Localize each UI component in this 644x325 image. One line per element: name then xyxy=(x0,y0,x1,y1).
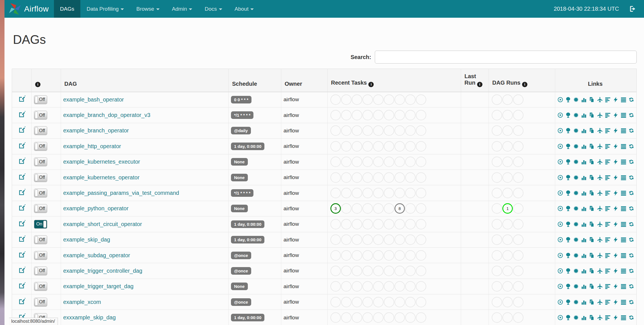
landing-times-icon[interactable] xyxy=(597,314,603,321)
refresh-icon[interactable] xyxy=(629,127,634,134)
recent-task-circle[interactable] xyxy=(405,94,416,105)
dag-run-circle[interactable] xyxy=(492,94,502,105)
recent-task-circle[interactable] xyxy=(416,219,426,229)
header-dag[interactable]: DAG xyxy=(61,69,229,92)
recent-task-circle[interactable] xyxy=(330,297,341,307)
code-view-icon[interactable] xyxy=(613,268,618,274)
recent-task-circle[interactable] xyxy=(362,172,373,183)
task-duration-icon[interactable] xyxy=(581,221,587,227)
recent-task-circle[interactable] xyxy=(341,312,352,323)
code-view-icon[interactable] xyxy=(613,143,618,150)
graph-view-icon[interactable] xyxy=(573,174,579,181)
trigger-dag-icon[interactable] xyxy=(557,143,563,150)
logs-icon[interactable] xyxy=(621,159,626,165)
pause-toggle[interactable]: Off xyxy=(34,251,47,260)
trigger-dag-icon[interactable] xyxy=(557,283,563,290)
gantt-icon[interactable] xyxy=(605,112,611,118)
edit-dag-icon[interactable] xyxy=(18,157,26,165)
dag-run-circle[interactable] xyxy=(492,281,502,292)
graph-view-icon[interactable] xyxy=(573,159,579,165)
tree-view-icon[interactable] xyxy=(565,314,571,321)
task-duration-icon[interactable] xyxy=(581,268,587,274)
dag-run-circle[interactable] xyxy=(492,297,502,307)
code-view-icon[interactable] xyxy=(613,159,618,165)
dag-link[interactable]: example_bash_operator xyxy=(63,96,124,103)
dag-run-circle[interactable] xyxy=(502,281,513,292)
code-view-icon[interactable] xyxy=(613,112,618,118)
landing-times-icon[interactable] xyxy=(597,268,603,274)
refresh-icon[interactable] xyxy=(629,221,634,227)
dag-run-circle[interactable] xyxy=(513,157,523,167)
dag-link[interactable]: example_branch_dop_operator_v3 xyxy=(63,112,150,118)
recent-task-circle[interactable] xyxy=(384,266,394,276)
refresh-icon[interactable] xyxy=(629,190,634,196)
task-tries-icon[interactable] xyxy=(589,112,595,118)
logs-icon[interactable] xyxy=(621,190,626,196)
dag-link[interactable]: example_trigger_target_dag xyxy=(63,283,133,289)
tree-view-icon[interactable] xyxy=(565,205,571,212)
dag-run-circle[interactable] xyxy=(513,266,523,276)
gantt-icon[interactable] xyxy=(605,205,611,212)
dag-run-circle[interactable] xyxy=(502,250,513,261)
recent-task-circle[interactable] xyxy=(384,219,394,229)
recent-task-circle[interactable] xyxy=(341,297,352,307)
landing-times-icon[interactable] xyxy=(597,205,603,212)
landing-times-icon[interactable] xyxy=(597,127,603,134)
landing-times-icon[interactable] xyxy=(597,174,603,181)
recent-task-circle[interactable] xyxy=(362,266,373,276)
recent-task-circle[interactable] xyxy=(405,172,416,183)
trigger-dag-icon[interactable] xyxy=(557,205,563,212)
graph-view-icon[interactable] xyxy=(573,314,579,321)
tree-view-icon[interactable] xyxy=(565,143,571,150)
recent-task-circle[interactable]: 3 xyxy=(330,203,341,214)
recent-task-circle[interactable] xyxy=(373,250,384,261)
recent-task-circle[interactable] xyxy=(373,141,384,152)
dag-run-circle[interactable] xyxy=(492,312,502,323)
logs-icon[interactable] xyxy=(621,252,626,259)
refresh-icon[interactable] xyxy=(629,143,634,150)
task-duration-icon[interactable] xyxy=(581,127,587,134)
logs-icon[interactable] xyxy=(621,299,626,305)
gantt-icon[interactable] xyxy=(605,127,611,134)
tree-view-icon[interactable] xyxy=(565,221,571,227)
logs-icon[interactable] xyxy=(621,205,626,212)
code-view-icon[interactable] xyxy=(613,174,618,181)
trigger-dag-icon[interactable] xyxy=(557,112,563,118)
recent-task-circle[interactable] xyxy=(373,312,384,323)
recent-task-circle[interactable] xyxy=(352,94,362,105)
dag-link[interactable]: example_http_operator xyxy=(63,143,121,149)
recent-task-circle[interactable] xyxy=(394,250,405,261)
recent-task-circle[interactable] xyxy=(405,266,416,276)
recent-task-circle[interactable] xyxy=(373,281,384,292)
dag-link[interactable]: example_python_operator xyxy=(63,205,128,211)
pause-toggle[interactable]: Off xyxy=(34,126,47,135)
recent-task-circle[interactable] xyxy=(394,219,405,229)
landing-times-icon[interactable] xyxy=(597,236,603,243)
landing-times-icon[interactable] xyxy=(597,299,603,305)
recent-task-circle[interactable] xyxy=(384,110,394,120)
dag-run-circle[interactable] xyxy=(492,110,502,120)
graph-view-icon[interactable] xyxy=(573,112,579,118)
recent-task-circle[interactable]: 8 xyxy=(394,203,405,214)
nav-item-browse[interactable]: Browse xyxy=(130,0,165,18)
logs-icon[interactable] xyxy=(621,112,626,118)
logout-icon[interactable] xyxy=(629,5,636,13)
nav-item-dags[interactable]: DAGs xyxy=(54,0,81,18)
recent-task-circle[interactable] xyxy=(405,297,416,307)
task-duration-icon[interactable] xyxy=(581,159,587,165)
recent-task-circle[interactable] xyxy=(373,94,384,105)
recent-task-circle[interactable] xyxy=(405,234,416,245)
recent-task-circle[interactable] xyxy=(352,219,362,229)
recent-task-circle[interactable] xyxy=(330,125,341,136)
trigger-dag-icon[interactable] xyxy=(557,252,563,259)
recent-task-circle[interactable] xyxy=(394,157,405,167)
recent-task-circle[interactable] xyxy=(362,203,373,214)
recent-task-circle[interactable] xyxy=(405,281,416,292)
recent-task-circle[interactable] xyxy=(384,281,394,292)
task-duration-icon[interactable] xyxy=(581,143,587,150)
trigger-dag-icon[interactable] xyxy=(557,127,563,134)
pause-toggle[interactable]: Off xyxy=(34,111,47,119)
pause-toggle[interactable]: Off xyxy=(34,298,47,306)
edit-dag-icon[interactable] xyxy=(18,173,26,180)
recent-task-circle[interactable] xyxy=(341,157,352,167)
